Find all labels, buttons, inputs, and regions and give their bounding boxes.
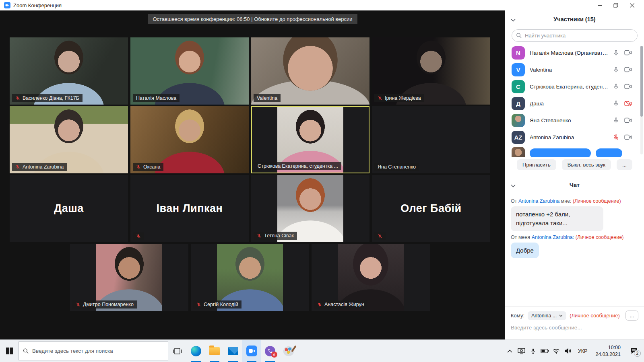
start-button[interactable]: [0, 340, 19, 362]
video-tile[interactable]: Valentina: [251, 37, 369, 105]
mute-all-button[interactable]: Выкл. весь звук: [562, 159, 611, 170]
file-explorer-icon: [209, 347, 220, 355]
search-icon: [23, 348, 29, 354]
restore-button[interactable]: [608, 0, 624, 10]
participants-scrollbar[interactable]: [640, 46, 643, 154]
mic-off-icon: [613, 134, 619, 141]
mic-on-icon: [613, 100, 619, 107]
search-input[interactable]: [512, 29, 638, 42]
video-tile[interactable]: Оксана: [130, 106, 249, 173]
time-remaining-banner[interactable]: Оставшееся время конференции: 06:50 | Об…: [148, 14, 357, 24]
cast-display-icon[interactable]: [516, 343, 526, 359]
video-tile[interactable]: Іван Липкан: [130, 175, 249, 242]
taskbar-app-viber[interactable]: 6: [261, 340, 279, 362]
notification-center-button[interactable]: 2: [625, 343, 642, 359]
task-view-icon: [173, 347, 182, 355]
taskbar-search[interactable]: [19, 341, 168, 360]
participant-name-label: Анастасія Жирун: [314, 300, 367, 309]
wifi-icon[interactable]: [551, 343, 561, 359]
mic-muted-icon: [257, 233, 262, 238]
mic-muted-icon: [76, 302, 80, 307]
private-message-label: (Личное сообщение): [576, 234, 624, 240]
language-indicator[interactable]: УКР: [575, 348, 591, 354]
mic-muted-icon: [15, 96, 20, 101]
avatar: N: [512, 46, 525, 60]
taskbar-app-mail[interactable]: [224, 340, 242, 362]
avatar-photo: [512, 147, 525, 157]
participant-name-centered: Іван Липкан: [130, 175, 249, 242]
notification-badge: 2: [634, 350, 641, 357]
chat-header: Чат: [505, 176, 644, 191]
minimize-button[interactable]: [592, 0, 608, 10]
video-tile[interactable]: Ірина Жердієва: [372, 37, 490, 105]
taskbar-app-paint[interactable]: [279, 340, 298, 362]
participant-name-centered: Олег Бабій: [372, 175, 490, 242]
avatar: AZ: [512, 131, 525, 144]
recipient-dropdown[interactable]: Antonina ...: [528, 311, 566, 320]
taskbar-search-input[interactable]: [32, 348, 164, 354]
close-button[interactable]: [624, 0, 640, 10]
microphone-icon[interactable]: [528, 343, 538, 359]
participant-row-hovered[interactable]: [505, 145, 644, 157]
time: 10:00: [595, 344, 621, 351]
video-tile[interactable]: Antonina Zarubina: [10, 106, 128, 173]
more-actions-button[interactable]: [596, 148, 622, 157]
taskbar-clock[interactable]: 10:00 24.03.2021: [592, 344, 624, 358]
invite-button[interactable]: Пригласить: [517, 159, 556, 170]
participant-row[interactable]: V Valentina: [505, 61, 644, 78]
chat-bubble: потапенко +2 бали, підготувала таки...: [511, 206, 603, 231]
edge-icon: [191, 346, 201, 356]
taskbar-app-edge[interactable]: [187, 340, 205, 362]
mic-muted-icon: [136, 234, 141, 239]
video-tile[interactable]: Анастасія Жирун: [312, 244, 430, 311]
participant-row[interactable]: Д Даша: [505, 95, 644, 112]
taskbar-app-zoom[interactable]: [242, 340, 261, 362]
video-tile[interactable]: Яна Степаненко: [372, 106, 490, 173]
participant-name-label: Antonina Zarubina: [12, 163, 67, 171]
side-panel: Участники (15) N Наталія Маслова (Органи…: [505, 10, 644, 339]
task-view-button[interactable]: [168, 340, 187, 362]
mic-muted-icon: [15, 165, 20, 169]
chat-more-button[interactable]: ...: [625, 311, 638, 321]
message-input[interactable]: [511, 325, 638, 331]
participant-row[interactable]: C Стрюкова Екатерина, студентка ...: [505, 78, 644, 95]
video-tile[interactable]: Олег Бабій: [372, 175, 490, 242]
tray-expand-icon[interactable]: [505, 343, 515, 359]
chevron-down-icon[interactable]: [511, 182, 516, 189]
search-icon: [516, 33, 522, 40]
video-tile[interactable]: Сергій Колодій: [191, 244, 309, 311]
battery-icon[interactable]: [540, 343, 550, 359]
mic-muted-icon: [136, 165, 141, 169]
avatar: Д: [512, 97, 525, 110]
unmute-request-button[interactable]: [530, 148, 591, 157]
participant-row[interactable]: N Наталія Маслова (Организатор, я): [505, 44, 644, 61]
viber-badge: 6: [271, 352, 277, 358]
video-tile[interactable]: Наталія Маслова: [130, 37, 249, 105]
video-tile-active-speaker[interactable]: Стрюкова Екатерина, студентка ...: [251, 106, 369, 173]
chevron-down-icon[interactable]: [511, 16, 516, 23]
video-tile[interactable]: Даша: [10, 175, 128, 242]
volume-icon[interactable]: [563, 343, 573, 359]
participant-row[interactable]: AZ Antonina Zarubina: [505, 129, 644, 146]
windows-taskbar: 6 УКР 10:00: [0, 339, 644, 362]
sender-link: Antonina Zarubina:: [532, 234, 574, 240]
participant-name-label: Дмитро Пономаренко: [72, 300, 137, 309]
more-options-button[interactable]: ...: [617, 159, 632, 170]
mic-on-icon: [613, 117, 619, 124]
participant-name-label: Яна Степаненко: [374, 163, 419, 171]
video-tile[interactable]: Дмитро Пономаренко: [70, 244, 188, 311]
message-meta: От Antonina Zarubina мне: (Личное сообще…: [511, 198, 638, 204]
taskbar-app-explorer[interactable]: [205, 340, 224, 362]
zoom-app-icon: [4, 2, 10, 8]
private-message-label: (Личное сообщение): [573, 198, 621, 204]
zoom-icon: [246, 346, 257, 356]
participant-row[interactable]: Яна Степаненко: [505, 112, 644, 129]
participant-name-label: Оксана: [133, 163, 163, 171]
viber-icon: 6: [265, 346, 275, 356]
video-tile[interactable]: Тетяна Сівак: [251, 175, 369, 242]
video-tile[interactable]: Василенко Діана, ГК17Б: [10, 37, 128, 105]
mic-muted-icon: [317, 302, 322, 307]
camera-on-icon: [624, 134, 632, 140]
participants-actions: Пригласить Выкл. весь звук ...: [505, 157, 644, 174]
camera-on-icon: [624, 117, 632, 123]
